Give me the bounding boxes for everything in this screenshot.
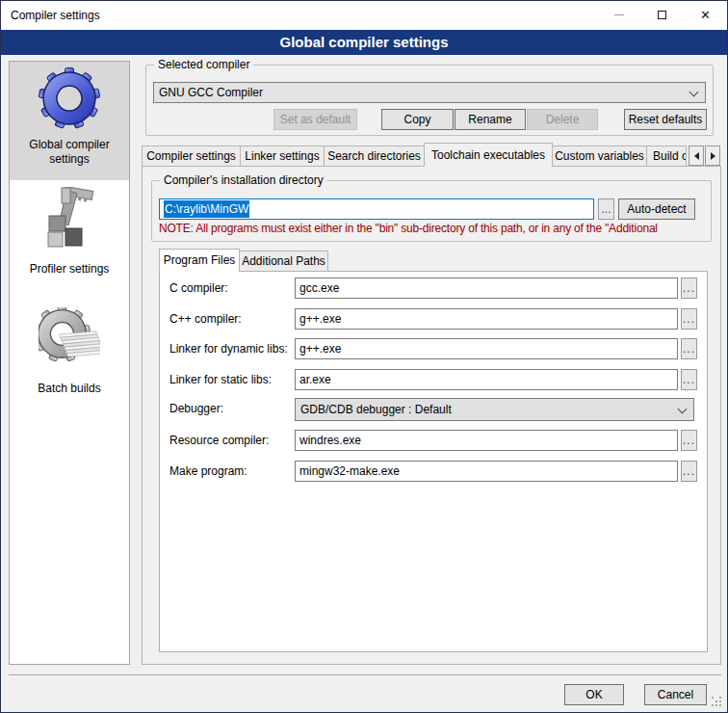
set-as-default-button: Set as default bbox=[273, 109, 357, 130]
tab-linker-settings[interactable]: Linker settings bbox=[240, 145, 325, 166]
gear-stack-icon bbox=[39, 307, 100, 369]
row-label: Linker for static libs: bbox=[169, 373, 272, 386]
close-icon: ✕ bbox=[700, 9, 711, 21]
tab-toolchain-executables[interactable]: Toolchain executables bbox=[424, 143, 553, 167]
tab-custom-variables[interactable]: Custom variables bbox=[552, 145, 647, 166]
browse-button[interactable]: ... bbox=[681, 308, 697, 330]
sidebar-item-label: Profiler settings bbox=[30, 262, 110, 277]
minimize-button[interactable] bbox=[597, 1, 640, 29]
make-program-input[interactable]: mingw32-make.exe bbox=[295, 461, 678, 482]
cancel-button[interactable]: Cancel bbox=[644, 684, 707, 705]
form-row: Make program: mingw32-make.exe ... bbox=[160, 461, 707, 484]
window-title: Compiler settings bbox=[1, 9, 100, 22]
close-button[interactable]: ✕ bbox=[684, 1, 727, 29]
row-label: Debugger: bbox=[169, 402, 223, 415]
resize-grip[interactable] bbox=[712, 697, 723, 708]
form-row: C++ compiler: g++.exe ... bbox=[160, 308, 707, 331]
sidebar-item-label: Batch builds bbox=[38, 382, 100, 396]
rename-button[interactable]: Rename bbox=[455, 109, 526, 130]
row-label: Make program: bbox=[169, 464, 247, 478]
banner-title: Global compiler settings bbox=[279, 34, 448, 50]
maximize-button[interactable] bbox=[640, 1, 684, 29]
form-row: Linker for dynamic libs: g++.exe ... bbox=[160, 338, 707, 361]
tab-scroll-left-button[interactable] bbox=[689, 145, 704, 166]
delete-button: Delete bbox=[527, 109, 598, 130]
grip-dots-icon bbox=[712, 697, 714, 699]
minimize-icon bbox=[614, 14, 624, 15]
form-row: C compiler: gcc.exe ... bbox=[160, 277, 707, 301]
sidebar-item-batch-builds[interactable]: Batch builds bbox=[10, 304, 129, 397]
copy-button[interactable]: Copy bbox=[381, 109, 454, 130]
chevron-down-icon bbox=[689, 88, 699, 97]
selected-text: C:\raylib\MinGW bbox=[164, 200, 249, 218]
form-row: Linker for static libs: ar.exe ... bbox=[160, 369, 707, 392]
browse-button[interactable]: ... bbox=[681, 430, 697, 451]
sidebar-item-global-compiler-settings[interactable]: Global compiler settings bbox=[10, 62, 129, 180]
subtab-additional-paths[interactable]: Additional Paths bbox=[239, 251, 328, 271]
form-row: Resource compiler: windres.exe ... bbox=[160, 430, 707, 453]
compiler-select-value: GNU GCC Compiler bbox=[159, 86, 263, 99]
tab-search-directories[interactable]: Search directories bbox=[324, 145, 425, 166]
tab-scroll-right-button[interactable] bbox=[705, 145, 720, 166]
form-row: Debugger: GDB/CDB debugger : Default bbox=[160, 398, 707, 421]
linker-dynamic-input[interactable]: g++.exe bbox=[295, 338, 678, 359]
note-text: NOTE: All programs must exist either in … bbox=[159, 222, 704, 235]
auto-detect-button[interactable]: Auto-detect bbox=[618, 198, 695, 220]
row-label: Resource compiler: bbox=[169, 434, 269, 447]
debugger-select-value: GDB/CDB debugger : Default bbox=[300, 403, 452, 416]
install-dir-input[interactable]: C:\raylib\MinGW bbox=[159, 198, 594, 220]
maximize-icon bbox=[658, 11, 666, 19]
browse-button[interactable]: ... bbox=[681, 338, 697, 359]
titlebar[interactable]: Compiler settings ✕ bbox=[1, 1, 727, 30]
separator bbox=[9, 674, 721, 676]
tab-compiler-settings[interactable]: Compiler settings bbox=[142, 145, 241, 166]
gear-blue-icon bbox=[39, 67, 100, 129]
compiler-settings-window: Compiler settings ✕ Global compiler sett… bbox=[0, 0, 728, 713]
row-label: C compiler: bbox=[169, 281, 228, 295]
tab-build-options[interactable]: Build options bbox=[646, 145, 687, 166]
cpp-compiler-input[interactable]: g++.exe bbox=[295, 308, 678, 330]
triangle-left-icon bbox=[694, 152, 699, 160]
browse-button[interactable]: ... bbox=[598, 198, 614, 220]
sidebar-item-label: Global compiler settings bbox=[10, 138, 129, 167]
compiler-select[interactable]: GNU GCC Compiler bbox=[153, 82, 706, 103]
banner: Global compiler settings bbox=[1, 30, 727, 55]
settings-category-list: Global compiler settings Profiler s bbox=[9, 61, 130, 665]
program-files-page: C compiler: gcc.exe ... C++ compiler: g+… bbox=[159, 271, 708, 652]
ok-button[interactable]: OK bbox=[564, 684, 624, 705]
row-label: Linker for dynamic libs: bbox=[169, 342, 288, 356]
resource-compiler-input[interactable]: windres.exe bbox=[295, 430, 678, 451]
chevron-down-icon bbox=[678, 405, 688, 414]
sidebar-item-profiler-settings[interactable]: Profiler settings bbox=[10, 184, 129, 280]
linker-static-input[interactable]: ar.exe bbox=[295, 369, 678, 390]
browse-button[interactable]: ... bbox=[681, 277, 697, 299]
window-controls: ✕ bbox=[597, 1, 727, 29]
group-legend: Compiler's installation directory bbox=[160, 173, 327, 187]
debugger-select[interactable]: GDB/CDB debugger : Default bbox=[295, 398, 694, 421]
subtab-program-files[interactable]: Program Files bbox=[159, 249, 240, 272]
row-label: C++ compiler: bbox=[169, 312, 242, 326]
browse-button[interactable]: ... bbox=[681, 461, 697, 482]
browse-button[interactable]: ... bbox=[681, 369, 697, 390]
triangle-right-icon bbox=[711, 152, 715, 160]
reset-defaults-button[interactable]: Reset defaults bbox=[624, 109, 707, 130]
c-compiler-input[interactable]: gcc.exe bbox=[295, 277, 678, 299]
group-legend: Selected compiler bbox=[154, 58, 253, 71]
caliper-icon bbox=[39, 187, 100, 249]
